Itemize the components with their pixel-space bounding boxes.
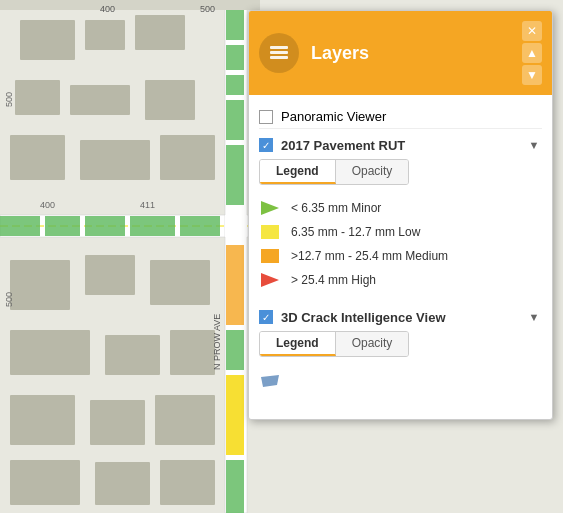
pavement-rut-checkbox[interactable] [259, 138, 273, 152]
svg-text:400: 400 [100, 4, 115, 14]
header-controls: ✕ ▲ ▼ [522, 21, 542, 85]
crack-intelligence-group: 3D Crack Intelligence View ▼ Legend Opac… [259, 309, 542, 399]
legend-item-low: 6.35 mm - 12.7 mm Low [259, 223, 542, 241]
panel-title: Layers [311, 43, 522, 64]
crack-intelligence-legend [259, 367, 542, 399]
svg-rect-38 [95, 462, 150, 505]
svg-rect-30 [150, 260, 210, 305]
svg-rect-32 [105, 335, 160, 375]
svg-rect-8 [226, 100, 244, 140]
svg-text:N PROW AVE: N PROW AVE [212, 314, 222, 370]
tab-legend-pavement[interactable]: Legend [260, 160, 336, 184]
legend-swatch-low [259, 223, 281, 241]
crack-intelligence-expand-icon[interactable]: ▼ [526, 309, 542, 325]
svg-rect-14 [0, 216, 40, 236]
svg-rect-23 [70, 85, 130, 115]
svg-rect-15 [45, 216, 80, 236]
svg-text:411: 411 [140, 200, 155, 210]
svg-rect-16 [85, 216, 125, 236]
pavement-rut-expand-icon[interactable]: ▼ [526, 137, 542, 153]
legend-swatch-minor [259, 199, 281, 217]
pavement-rut-tabs: Legend Opacity [259, 159, 409, 185]
legend-swatch-medium [259, 247, 281, 265]
legend-label-high: > 25.4 mm High [291, 273, 376, 287]
svg-rect-10 [226, 245, 244, 325]
legend-swatch-high [259, 271, 281, 289]
collapse-down-button[interactable]: ▼ [522, 65, 542, 85]
legend-label-medium: >12.7 mm - 25.4 mm Medium [291, 249, 448, 263]
svg-rect-27 [160, 135, 215, 180]
svg-rect-4 [0, 0, 260, 10]
layers-svg-icon [268, 42, 290, 64]
layers-body: Panoramic Viewer 2017 Pavement RUT ▼ Leg… [249, 95, 552, 419]
pavement-rut-header: 2017 Pavement RUT ▼ [259, 137, 542, 153]
layers-header: Layers ✕ ▲ ▼ [249, 11, 552, 95]
svg-rect-5 [226, 10, 244, 40]
legend-item-high: > 25.4 mm High [259, 271, 542, 289]
tab-opacity-crack[interactable]: Opacity [336, 332, 409, 356]
svg-rect-11 [226, 330, 244, 370]
svg-rect-20 [85, 20, 125, 50]
svg-text:500: 500 [4, 92, 14, 107]
svg-rect-17 [130, 216, 175, 236]
svg-rect-48 [270, 56, 288, 59]
svg-rect-28 [10, 260, 70, 310]
svg-rect-26 [80, 140, 150, 180]
svg-text:500: 500 [200, 4, 215, 14]
svg-rect-37 [10, 460, 80, 505]
crack-intelligence-tabs: Legend Opacity [259, 331, 409, 357]
svg-rect-36 [155, 395, 215, 445]
svg-rect-33 [170, 330, 215, 375]
svg-rect-12 [226, 375, 244, 455]
svg-rect-34 [10, 395, 75, 445]
pavement-rut-group: 2017 Pavement RUT ▼ Legend Opacity < 6.3… [259, 137, 542, 299]
tab-opacity-pavement[interactable]: Opacity [336, 160, 409, 184]
svg-rect-7 [226, 75, 244, 95]
map-container: 400 411 500 500 N PROW AVE 400 500 Layer… [0, 0, 563, 513]
panoramic-viewer-row: Panoramic Viewer [259, 105, 542, 129]
svg-rect-31 [10, 330, 90, 375]
svg-rect-25 [10, 135, 65, 180]
svg-rect-39 [160, 460, 215, 505]
svg-marker-55 [261, 375, 279, 387]
svg-rect-6 [226, 45, 244, 70]
svg-rect-21 [135, 15, 185, 50]
layers-icon [259, 33, 299, 73]
pavement-rut-title: 2017 Pavement RUT [281, 138, 526, 153]
close-button[interactable]: ✕ [522, 21, 542, 41]
svg-rect-49 [270, 51, 288, 54]
svg-rect-50 [270, 46, 288, 49]
svg-rect-53 [261, 249, 279, 263]
panoramic-label: Panoramic Viewer [281, 109, 386, 124]
svg-rect-22 [15, 80, 60, 115]
svg-text:400: 400 [40, 200, 55, 210]
legend-item-crack [259, 371, 542, 389]
layers-panel: Layers ✕ ▲ ▼ Panoramic Viewer 2017 Pavem… [248, 10, 553, 420]
svg-rect-13 [226, 460, 244, 513]
svg-rect-52 [261, 225, 279, 239]
legend-label-minor: < 6.35 mm Minor [291, 201, 381, 215]
panoramic-checkbox[interactable] [259, 110, 273, 124]
svg-rect-35 [90, 400, 145, 445]
svg-rect-18 [180, 216, 220, 236]
crack-intelligence-title: 3D Crack Intelligence View [281, 310, 526, 325]
collapse-up-button[interactable]: ▲ [522, 43, 542, 63]
crack-intelligence-header: 3D Crack Intelligence View ▼ [259, 309, 542, 325]
svg-text:500: 500 [4, 292, 14, 307]
crack-intelligence-checkbox[interactable] [259, 310, 273, 324]
legend-item-medium: >12.7 mm - 25.4 mm Medium [259, 247, 542, 265]
legend-label-low: 6.35 mm - 12.7 mm Low [291, 225, 420, 239]
svg-rect-9 [226, 145, 244, 205]
svg-marker-54 [261, 273, 279, 287]
pavement-rut-legend: < 6.35 mm Minor 6.35 mm - 12.7 mm Low [259, 195, 542, 299]
svg-rect-29 [85, 255, 135, 295]
svg-rect-24 [145, 80, 195, 120]
svg-rect-19 [20, 20, 75, 60]
svg-rect-47 [225, 215, 247, 237]
legend-item-minor: < 6.35 mm Minor [259, 199, 542, 217]
svg-marker-51 [261, 201, 279, 215]
tab-legend-crack[interactable]: Legend [260, 332, 336, 356]
legend-swatch-crack [259, 371, 281, 389]
